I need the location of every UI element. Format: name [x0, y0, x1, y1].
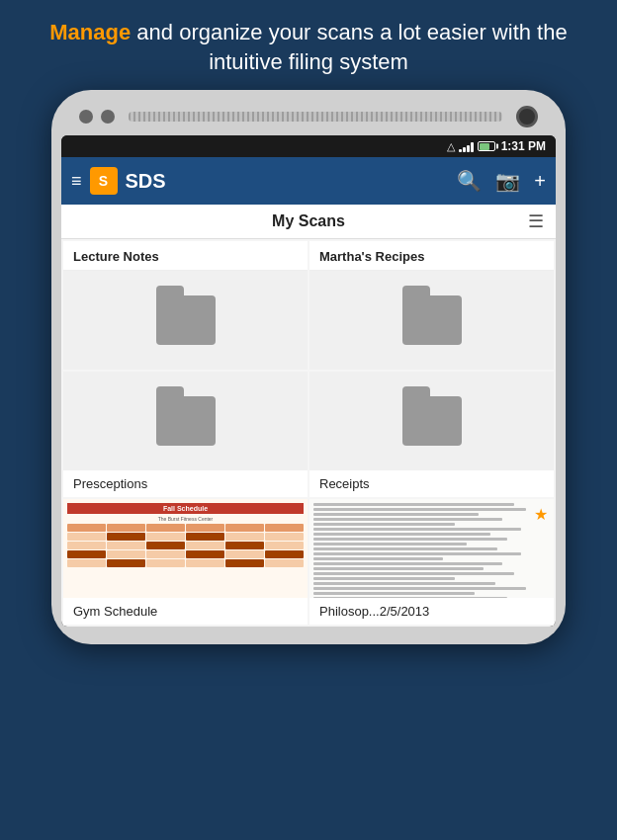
gym-cell — [225, 533, 264, 541]
item-name-philosophy: Philosop...2/5/2013 — [309, 598, 554, 625]
gym-row — [67, 550, 304, 558]
gym-schedule-thumbnail: Fall Schedule The Burst Fitness Center — [63, 499, 308, 598]
gym-row — [67, 559, 304, 567]
gym-cell — [265, 559, 304, 567]
item-thumb-receipts — [309, 372, 554, 470]
folder-icon — [402, 396, 462, 446]
gym-cell — [186, 533, 224, 541]
gym-cell — [186, 559, 224, 567]
gym-cell — [265, 524, 304, 532]
list-item[interactable]: Lecture Notes — [63, 241, 308, 370]
status-time: 1:31 PM — [501, 139, 546, 153]
phone-dots — [79, 110, 115, 124]
signal-bar-3 — [467, 145, 470, 152]
battery-icon — [478, 141, 495, 151]
phil-line — [313, 557, 443, 560]
item-label-lecture-notes: Lecture Notes — [63, 241, 308, 271]
phone-frame: △ 1:31 PM ≡ S SDS 🔍 — [51, 90, 566, 644]
phone-speaker — [129, 112, 502, 122]
list-item[interactable]: Receipts — [309, 372, 554, 497]
section-title: My Scans — [272, 212, 345, 230]
gym-cell — [107, 542, 145, 549]
headline: Manage and organize your scans a lot eas… — [0, 0, 617, 90]
gym-cell — [67, 559, 106, 567]
item-name-gym: Gym Schedule — [63, 598, 308, 625]
app-title: SDS — [126, 170, 450, 193]
gym-cell — [107, 524, 145, 532]
phil-line — [313, 543, 467, 546]
gym-cell — [225, 542, 264, 549]
phil-line — [313, 518, 502, 521]
item-thumb-gym: Fall Schedule The Burst Fitness Center — [63, 499, 308, 598]
phil-line — [313, 582, 495, 585]
list-item[interactable]: Martha's Recipes — [309, 241, 554, 370]
search-button[interactable]: 🔍 — [457, 169, 482, 193]
list-view-icon[interactable]: ☰ — [528, 210, 544, 232]
star-icon: ★ — [534, 505, 548, 524]
item-thumb-lecture-notes — [63, 271, 308, 370]
phil-line — [313, 597, 507, 598]
gym-row — [67, 542, 304, 549]
phil-line — [313, 538, 507, 541]
signal-bar-4 — [471, 142, 474, 152]
phil-line — [313, 523, 455, 526]
gym-cell — [107, 559, 145, 567]
phil-line — [313, 552, 521, 555]
phil-line — [313, 572, 514, 575]
add-button[interactable]: + — [534, 170, 546, 193]
gym-cell — [146, 559, 185, 567]
phil-line — [313, 513, 479, 516]
gym-cell — [67, 533, 106, 541]
camera-button[interactable]: 📷 — [495, 169, 520, 193]
app-bar: ≡ S SDS 🔍 📷 + — [61, 157, 556, 205]
signal-icon — [459, 140, 474, 152]
gym-cell — [67, 524, 106, 532]
phil-line — [313, 567, 484, 570]
gym-cell — [146, 524, 185, 532]
gym-cell — [146, 533, 185, 541]
folder-icon — [156, 295, 216, 345]
hamburger-icon[interactable]: ≡ — [71, 171, 82, 192]
list-item[interactable]: ★ — [309, 499, 554, 625]
item-name-receipts: Receipts — [309, 470, 554, 497]
philosophy-lines — [313, 503, 550, 598]
gym-cell — [225, 550, 264, 558]
list-item[interactable]: Presceptions — [63, 372, 308, 497]
gym-cell — [265, 550, 304, 558]
section-header: My Scans ☰ — [61, 205, 556, 239]
app-bar-actions: 🔍 📷 + — [457, 169, 546, 193]
gym-thumb-subtitle: The Burst Fitness Center — [67, 516, 304, 522]
folder-icon — [402, 295, 462, 345]
battery-fill — [480, 143, 489, 150]
status-bar: △ 1:31 PM — [61, 135, 556, 157]
phil-line — [313, 562, 502, 565]
scan-grid: Lecture Notes Martha's Recipes Prescepti… — [61, 239, 556, 627]
gym-thumb-title: Fall Schedule — [67, 503, 304, 514]
philosophy-thumbnail: ★ — [309, 499, 554, 598]
signal-bar-2 — [463, 147, 466, 152]
phone-dot-left — [79, 110, 93, 124]
item-label-marthas-recipes: Martha's Recipes — [309, 241, 554, 271]
folder-icon — [156, 396, 216, 446]
phone-screen: △ 1:31 PM ≡ S SDS 🔍 — [61, 135, 556, 627]
wifi-icon: △ — [447, 140, 455, 153]
gym-cell — [225, 524, 264, 532]
phil-line — [313, 547, 497, 550]
gym-cell — [265, 542, 304, 549]
gym-row — [67, 524, 304, 532]
gym-cell — [186, 542, 224, 549]
list-item[interactable]: Fall Schedule The Burst Fitness Center — [63, 499, 308, 625]
phil-line — [313, 533, 490, 536]
phone-dot-right — [101, 110, 115, 124]
phil-line — [313, 528, 521, 531]
phone-front-camera — [516, 106, 538, 127]
item-name-prescriptions: Presceptions — [63, 470, 308, 497]
gym-cell — [146, 550, 185, 558]
headline-highlight: Manage — [49, 20, 131, 44]
item-thumb-philosophy: ★ — [309, 499, 554, 598]
item-thumb-prescriptions — [63, 372, 308, 470]
gym-cell — [107, 550, 145, 558]
gym-row — [67, 533, 304, 541]
gym-cell — [107, 533, 145, 541]
phil-line — [313, 503, 514, 506]
